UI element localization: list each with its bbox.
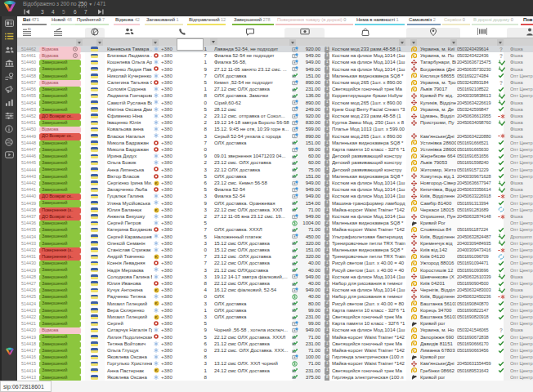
svg-text:ID: ID: [28, 28, 31, 31]
